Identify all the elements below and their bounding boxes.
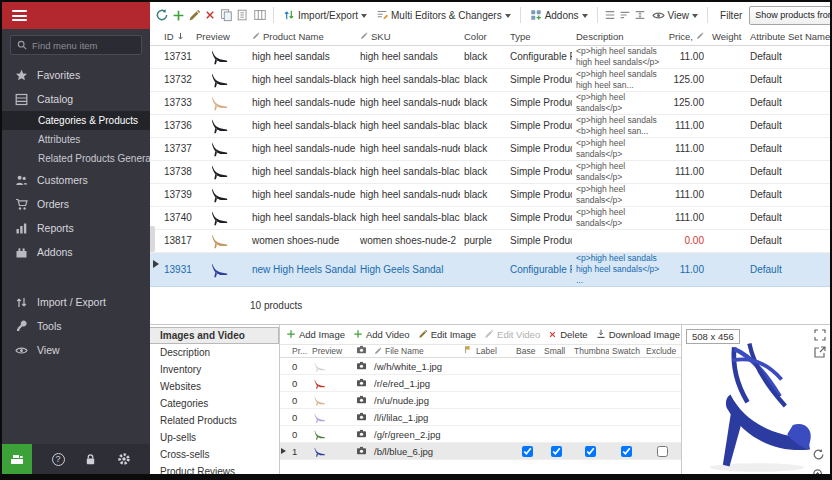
edit-product-button[interactable] [188,6,201,24]
sidebar-item-addons[interactable]: Addons [2,240,150,264]
tab-images-and-video[interactable]: Images and Video [150,327,279,344]
image-row[interactable]: 0 /g/r/green_2.jpg [280,426,681,443]
image-row[interactable]: 0 /r/e/red_1.jpg [280,375,681,392]
product-row[interactable]: 13740 high heel sandals-black-38 high he… [150,206,830,229]
column-header-exclude[interactable]: Exclude [643,345,681,358]
lock-icon[interactable] [84,453,97,466]
sidebar-item-attributes[interactable]: Attributes [2,130,150,149]
hamburger-menu-icon[interactable] [12,8,27,24]
column-header-preview[interactable]: Preview [192,28,248,45]
image-row[interactable]: 0 /l/i/lilac_1.jpg [280,409,681,426]
cell-description: <p>high heel sandals</p> [572,160,664,183]
product-row[interactable]: 13737 high heel sandals-nude-36 high hee… [150,137,830,160]
column-header-file-name[interactable]: File Name [371,345,461,358]
pos-button[interactable] [2,444,32,474]
help-icon[interactable]: ? [52,453,65,466]
delete-image-button[interactable]: Delete [548,329,587,340]
delete-product-button[interactable] [204,6,216,24]
sidebar-item-favorites[interactable]: Favorites [2,63,150,87]
column-header-camera[interactable] [353,345,371,358]
column-header-base[interactable]: Base [513,345,541,358]
duplicate-button[interactable] [236,6,250,24]
column-header-position[interactable]: Pr... [289,345,309,358]
small-checkbox[interactable] [551,446,562,457]
column-header-flag[interactable] [461,345,473,358]
column-header-color[interactable]: Color [460,28,506,45]
base-checkbox[interactable] [522,446,533,457]
menu-search-input[interactable] [32,40,135,51]
image-row[interactable]: 0 /w/h/white_1.jpg [280,358,681,375]
addons-menu[interactable]: Addons [527,7,591,23]
product-row[interactable]: 13817 women shoes-nude women shoes-nude-… [150,229,830,252]
column-header-id[interactable]: ID [150,28,192,45]
expand-rows-button[interactable] [604,6,616,24]
refresh-button[interactable] [155,6,169,24]
sidebar-item-tools[interactable]: Tools [2,314,150,338]
sidebar-item-orders[interactable]: Orders [2,192,150,216]
cell-attribute-set: Default [746,160,830,183]
multi-editors-menu[interactable]: Multi Editors & Changers [373,7,514,23]
view-menu[interactable]: View [649,7,702,24]
column-header-price[interactable]: Price, [664,28,708,45]
columns-button[interactable] [253,6,267,24]
swatch-checkbox[interactable] [621,446,632,457]
category-filter-select[interactable]: Show products from selected categories [749,6,830,25]
thumbnail-checkbox[interactable] [585,446,596,457]
column-header-weight[interactable]: Weight [708,28,746,45]
tab-cross-sells[interactable]: Cross-sells [150,446,279,463]
import-export-menu[interactable]: Import/Export [280,7,370,23]
product-row[interactable]: 13733 high heel sandals-nude high heel s… [150,91,830,114]
column-header-small[interactable]: Small [541,345,571,358]
column-header-description[interactable]: Description [572,28,664,45]
column-header-swatch[interactable]: Swatch [609,345,643,358]
download-image-button[interactable]: Download Image [596,329,680,340]
product-row[interactable]: 13732 high heel sandals-black high heel … [150,68,830,91]
sidebar-item-catalog[interactable]: Catalog [2,87,150,111]
sidebar-search[interactable] [10,35,142,55]
product-row[interactable]: 13736 high heel sandals-black-36 high he… [150,114,830,137]
product-row-selected[interactable]: 13931 new High Heels Sandals High Geels … [150,252,830,286]
fullscreen-icon[interactable] [814,329,826,341]
open-external-icon[interactable] [814,346,826,358]
tab-product-reviews[interactable]: Product Reviews [150,463,279,480]
column-header-label[interactable]: Label [473,345,513,358]
zoom-icon[interactable] [812,468,825,480]
tab-up-sells[interactable]: Up-sells [150,429,279,446]
tab-categories[interactable]: Categories [150,395,279,412]
product-row[interactable]: 13738 high heel sandals-black-37 high he… [150,160,830,183]
column-header-image-preview[interactable]: Preview [309,345,353,358]
column-header-thumbnail[interactable]: Thumbna [571,345,609,358]
column-header-sku[interactable]: SKU [356,28,460,45]
tab-websites[interactable]: Websites [150,378,279,395]
product-row[interactable]: 13739 high heel sandals-nude-37 high hee… [150,183,830,206]
cell-exclude [643,426,681,443]
product-row[interactable]: 13731 high heel sandals high heel sandal… [150,45,830,68]
image-row[interactable]: 0 /n/u/nude.jpg [280,392,681,409]
sidebar-item-view[interactable]: View [2,338,150,362]
add-video-button[interactable]: Add Video [353,329,410,340]
panel-splitter-handle[interactable] [150,226,155,252]
exclude-checkbox[interactable] [657,446,668,457]
add-image-button[interactable]: Add Image [286,329,345,340]
tab-description[interactable]: Description [150,344,279,361]
image-row-selected[interactable]: 1 /b/l/blue_6.jpg [280,443,681,460]
gear-icon[interactable] [117,452,131,466]
tab-related-products[interactable]: Related Products [150,412,279,429]
row-height-button[interactable] [634,6,646,24]
copy-button[interactable] [219,6,233,24]
cell-sku: high heel sandals-black [356,68,460,91]
sidebar-item-customers[interactable]: Customers [2,168,150,192]
sidebar-item-import-export[interactable]: Import / Export [2,290,150,314]
sidebar-item-reports[interactable]: Reports [2,216,150,240]
sidebar-item-related-products-generator[interactable]: Related Products Generator [2,149,150,168]
edit-image-button[interactable]: Edit Image [418,329,476,340]
tab-inventory[interactable]: Inventory [150,361,279,378]
add-product-button[interactable] [172,6,185,24]
column-header-product-name[interactable]: Product Name [248,28,356,45]
collapse-rows-button[interactable] [619,6,631,24]
sidebar-item-categories-products[interactable]: Categories & Products [2,111,150,130]
rotate-icon[interactable] [812,448,825,461]
cell-swatch [609,409,643,426]
column-header-attribute-set[interactable]: Attribute Set Name [746,28,830,45]
column-header-type[interactable]: Type [506,28,572,45]
